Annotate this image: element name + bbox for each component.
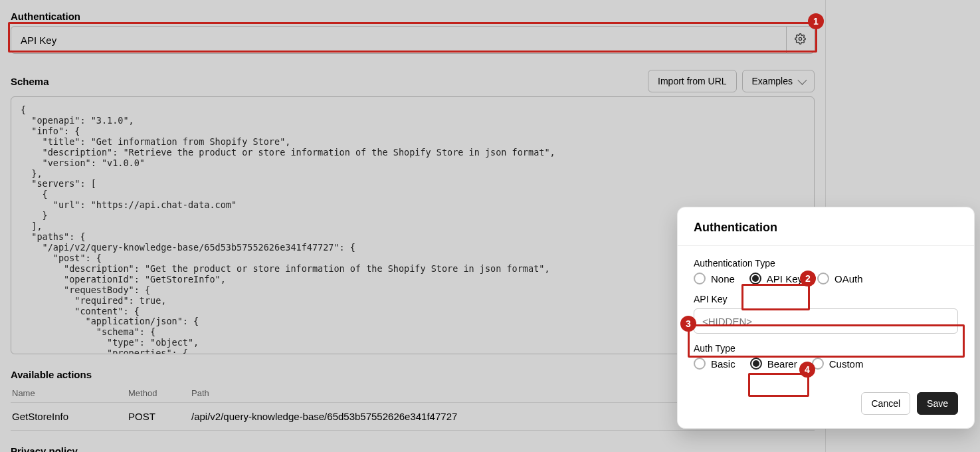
import-from-url-button[interactable]: Import from URL [648,70,736,92]
privacy-policy-label: Privacy policy [11,445,815,452]
cancel-button[interactable]: Cancel [861,392,910,415]
radio-icon [749,273,761,284]
auth-subtype-label: Auth Type [694,343,958,354]
schema-label: Schema [11,76,49,87]
radio-bearer[interactable]: Bearer [750,358,797,370]
radio-label: Bearer [767,358,797,370]
examples-dropdown[interactable]: Examples [742,70,815,92]
authentication-settings-button[interactable] [787,26,815,54]
save-label: Save [927,398,948,409]
schema-header: Schema Import from URL Examples [11,70,815,92]
radio-label: None [711,273,735,284]
radio-custom[interactable]: Custom [812,358,864,370]
radio-icon [750,358,762,370]
import-from-url-label: Import from URL [658,76,726,86]
radio-none[interactable]: None [694,273,735,284]
radio-icon [694,358,706,370]
radio-label: OAuth [834,273,863,284]
radio-label: Basic [711,358,735,370]
radio-icon [817,273,829,284]
radio-label: API Key [767,273,803,284]
auth-type-radio-group: None API Key OAuth [694,273,958,284]
radio-api-key[interactable]: API Key [749,273,803,284]
col-header-name: Name [12,388,128,398]
authentication-label: Authentication [11,11,815,22]
save-button[interactable]: Save [917,392,958,415]
radio-oauth[interactable]: OAuth [817,273,863,284]
radio-icon [812,358,824,370]
col-header-method: Method [128,388,191,398]
chevron-down-icon [797,76,807,85]
radio-basic[interactable]: Basic [694,358,735,370]
gear-icon [795,33,806,47]
examples-label: Examples [752,76,793,86]
authentication-field[interactable]: API Key [11,26,787,54]
radio-label: Custom [829,358,864,370]
radio-icon [694,273,706,284]
cancel-label: Cancel [871,398,900,409]
auth-type-label: Authentication Type [694,258,958,269]
authentication-modal: Authentication Authentication Type None … [677,207,975,429]
action-name: GetStoreInfo [12,411,128,422]
api-key-label: API Key [694,294,958,304]
modal-title: Authentication [678,207,974,246]
svg-point-0 [799,37,801,40]
authentication-value: API Key [21,35,56,46]
api-key-input[interactable] [694,308,958,334]
auth-subtype-radio-group: Basic Bearer Custom [694,358,958,370]
action-method: POST [128,411,191,422]
authentication-field-row: API Key [11,26,815,54]
